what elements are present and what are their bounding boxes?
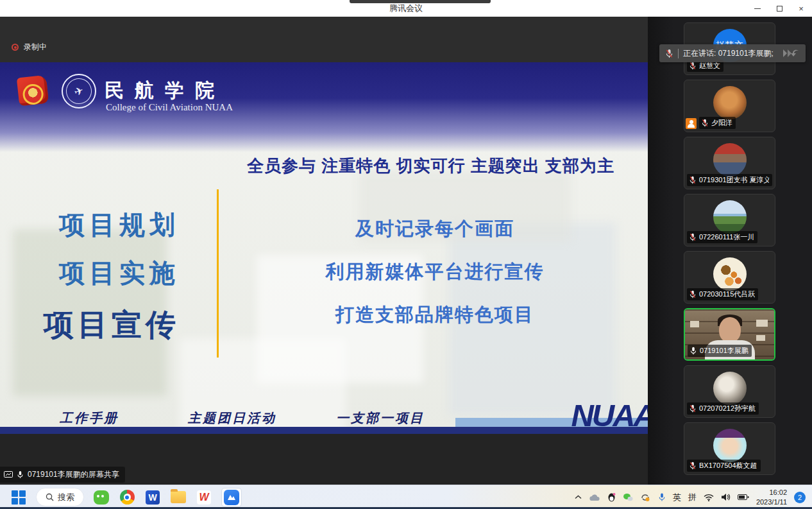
participant-name-tag: 夕阳洋 — [699, 117, 736, 129]
mic-muted-icon — [689, 233, 697, 241]
tray-battery-icon[interactable] — [738, 494, 749, 501]
tray-sync-icon[interactable] — [640, 493, 651, 502]
avatar — [713, 86, 747, 119]
tray-clock[interactable]: 16:02 2023/1/11 — [756, 488, 787, 506]
maximize-button[interactable] — [768, 0, 790, 17]
chrome-icon — [120, 490, 135, 505]
participant-name: 072030115代吕跃 — [699, 289, 755, 299]
close-button[interactable]: × — [790, 0, 812, 17]
youth-league-badge-icon — [17, 75, 49, 107]
slide-left-item-3: 项目宣传 — [44, 305, 180, 345]
shared-slide: ✈ 民航学院 College of Civil Aviation NUAA 全员… — [0, 62, 648, 434]
recording-label: 录制中 — [24, 42, 47, 53]
slide-header-band — [0, 62, 648, 152]
participant-name: 夕阳洋 — [711, 118, 732, 128]
word-icon: W — [146, 490, 160, 505]
college-name-cn: 民航学院 — [105, 78, 225, 104]
notification-badge[interactable]: 2 — [794, 492, 806, 503]
window-controls: × — [747, 0, 812, 17]
mic-muted-icon — [665, 49, 673, 58]
slide-right-list: 及时记录每个画面利用新媒体平台进行宣传打造支部品牌特色项目 — [255, 216, 614, 328]
participant-name: 0719101李展鹏 — [700, 346, 749, 356]
participant-tile[interactable]: 072260111张一川 — [684, 194, 775, 246]
participant-tile[interactable]: 0719101李展鹏 — [684, 308, 775, 361]
slide-bottom-item-3: 一支部一项目 — [336, 410, 425, 427]
participant-name-tag: 0719101李展鹏 — [688, 345, 752, 357]
participant-tile[interactable]: 072030115代吕跃 — [684, 251, 775, 304]
tooltip-divider — [678, 49, 679, 58]
taskbar-app-wps[interactable]: W — [196, 489, 212, 506]
tray-time: 16:02 — [756, 488, 787, 497]
participant-name: 072070212孙宇航 — [699, 404, 756, 413]
participant-tile[interactable]: BX1707504蔡文超 — [684, 422, 775, 475]
yellow-divider — [217, 189, 219, 358]
taskbar: 搜索 W W — [0, 485, 812, 509]
avatar — [713, 143, 747, 177]
slide-footer-navybar — [0, 427, 648, 434]
search-icon — [46, 493, 54, 501]
participant-name: 赵慧文 — [699, 61, 720, 71]
participant-name: 072260111张一川 — [699, 232, 754, 242]
slide-right-item-1: 及时记录每个画面 — [255, 216, 614, 242]
tray-lang-pinyin[interactable]: 拼 — [688, 492, 697, 503]
window-title: 腾讯会议 — [0, 0, 812, 17]
tray-lang-en[interactable]: 英 — [673, 492, 681, 503]
mic-muted-icon — [689, 404, 697, 413]
slide-left-item-1: 项目规划 — [59, 207, 180, 243]
folder-icon — [171, 491, 186, 503]
participant-name-tag: BX1707504蔡文超 — [687, 460, 761, 472]
start-button[interactable] — [10, 489, 27, 506]
participant-name-tag: 0719301团支书 夏淳义 — [687, 174, 772, 186]
college-seal-icon: ✈ — [62, 74, 96, 108]
slide-left-item-2: 项目实施 — [59, 255, 180, 291]
mic-muted-icon — [701, 119, 709, 127]
speaking-tooltip: 正在讲话: 0719101李展鹏; — [659, 44, 806, 62]
avatar — [713, 372, 747, 405]
taskbar-app-explorer[interactable] — [170, 489, 187, 506]
slide-right-item-2: 利用新媒体平台进行宣传 — [255, 259, 614, 285]
participant-tile[interactable]: 0719301团支书 夏淳义 — [684, 137, 775, 189]
tray-qq-icon[interactable] — [607, 492, 616, 502]
taskbar-app-tencent-meeting[interactable] — [221, 488, 242, 507]
taskbar-app-word[interactable]: W — [144, 489, 161, 506]
taskbar-search[interactable]: 搜索 — [36, 488, 84, 506]
tray-chevron-up-icon[interactable] — [575, 495, 582, 499]
taskbar-app-wechat[interactable] — [93, 489, 110, 506]
titlebar: 腾讯会议 × — [0, 0, 812, 17]
avatar — [713, 257, 747, 291]
slide-bottom-item-1: 工作手册 — [60, 410, 119, 427]
tray-wechat-icon[interactable] — [623, 493, 633, 501]
participant-tile[interactable]: 072070212孙宇航 — [684, 365, 775, 418]
participant-name-tag: 072030115代吕跃 — [687, 288, 758, 300]
college-name-en: College of Civil Aviation NUAA — [106, 102, 233, 113]
mic-on-icon — [689, 347, 697, 355]
recording-indicator: 录制中 — [12, 42, 47, 53]
slide-bottom-item-2: 主题团日活动 — [188, 410, 276, 427]
tencent-meeting-icon — [224, 490, 239, 505]
participant-tile[interactable]: 夕阳洋 — [684, 80, 775, 132]
tray-speaker-icon[interactable] — [721, 493, 731, 501]
meeting-area: 录制中 ✈ 民航学院 College of Civil Aviation NUA… — [0, 17, 812, 485]
mic-muted-icon — [689, 290, 697, 298]
avatar — [713, 429, 747, 462]
wechat-icon — [94, 490, 109, 505]
screen-share-label: 0719101李展鹏的屏幕共享 — [28, 469, 119, 480]
minimize-button[interactable] — [747, 0, 768, 17]
shared-screen-topbar: 录制中 — [0, 17, 648, 62]
tray-cloud-icon[interactable] — [589, 494, 600, 501]
participants-sidebar: 赵慧文赵慧文夕阳洋0719301团支书 夏淳义072260111张一川07203… — [648, 17, 812, 485]
slide-right-item-3: 打造支部品牌特色项目 — [255, 302, 614, 328]
avatar — [713, 200, 747, 234]
tray-wifi-icon[interactable] — [704, 494, 714, 501]
mic-muted-icon — [689, 62, 697, 70]
speaking-tooltip-text: 正在讲话: 0719101李展鹏; — [683, 48, 774, 59]
taskbar-app-chrome[interactable] — [119, 489, 135, 506]
tray-mic-icon[interactable] — [658, 492, 666, 502]
wps-icon: W — [197, 490, 211, 505]
participant-name-tag: 072070212孙宇航 — [687, 402, 759, 415]
mic-icon — [17, 470, 24, 479]
recording-dot-icon — [12, 44, 19, 51]
slide-slogan: 全员参与 注重特色 切实可行 主题突出 支部为主 — [247, 155, 606, 177]
monitor-icon — [4, 471, 13, 479]
participant-name-tag: 072260111张一川 — [687, 231, 757, 243]
